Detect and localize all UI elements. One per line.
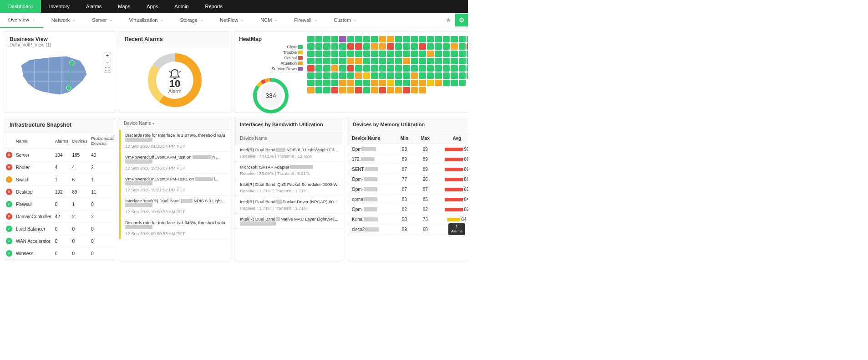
heatmap-cell[interactable]: [435, 51, 442, 57]
infra-col[interactable]: [4, 133, 14, 149]
heatmap-cell[interactable]: [395, 51, 402, 57]
heatmap-cell[interactable]: [315, 51, 323, 57]
heatmap-cell[interactable]: [427, 58, 434, 64]
mem-col[interactable]: Max: [415, 133, 436, 144]
heatmap-cell[interactable]: [355, 72, 362, 79]
heatmap-cell[interactable]: [315, 65, 323, 72]
table-row[interactable]: ✕DomainController4222: [4, 211, 116, 223]
heatmap-cell[interactable]: [323, 51, 330, 57]
heatmap-cell[interactable]: [419, 51, 426, 57]
heatmap-cell[interactable]: [443, 80, 450, 86]
heatmap-grid[interactable]: [307, 31, 468, 113]
heatmap-cell[interactable]: [355, 80, 362, 86]
heatmap-cell[interactable]: [459, 51, 466, 57]
heatmap-cell[interactable]: [395, 80, 402, 86]
topnav-admin[interactable]: Admin: [166, 0, 197, 13]
heatmap-cell[interactable]: [411, 51, 418, 57]
heatmap-cell[interactable]: [451, 51, 458, 57]
heatmap-cell[interactable]: [459, 80, 466, 86]
heatmap-cell[interactable]: [331, 87, 339, 93]
heatmap-cell[interactable]: [331, 80, 339, 86]
table-row[interactable]: ✓WAN Accelerator000: [4, 235, 116, 247]
heatmap-cell[interactable]: [387, 80, 394, 86]
heatmap-cell[interactable]: [403, 51, 410, 57]
subnav-ncm[interactable]: NCM ⌄: [252, 13, 286, 27]
table-row[interactable]: ✓Wireless000: [4, 247, 116, 260]
heatmap-cell[interactable]: [339, 36, 346, 42]
topnav-dashboard[interactable]: Dashboard: [0, 0, 41, 13]
heatmap-cell[interactable]: [411, 43, 418, 50]
alarm-list-item[interactable]: VmPoweredOnEvent:APM-Test1 on i...12 Sep…: [119, 174, 230, 195]
heatmap-cell[interactable]: [323, 36, 330, 42]
table-row[interactable]: ✕Desktop1928911: [4, 186, 116, 198]
heatmap-cell[interactable]: [427, 36, 434, 42]
heatmap-cell[interactable]: [347, 65, 355, 72]
heatmap-cell[interactable]: [355, 87, 362, 93]
heatmap-cell[interactable]: [467, 36, 468, 42]
heatmap-cell[interactable]: [379, 65, 386, 72]
heatmap-cell[interactable]: [323, 80, 330, 86]
heatmap-cell[interactable]: [307, 80, 315, 86]
heatmap-cell[interactable]: [419, 58, 426, 64]
heatmap-cell[interactable]: [371, 72, 378, 79]
heatmap-cell[interactable]: [395, 65, 402, 72]
heatmap-cell[interactable]: [403, 87, 410, 93]
heatmap-cell[interactable]: [427, 80, 434, 86]
heatmap-cell[interactable]: [331, 58, 339, 64]
heatmap-cell[interactable]: [395, 72, 402, 79]
heatmap-cell[interactable]: [387, 36, 394, 42]
heatmap-cell[interactable]: [451, 43, 458, 50]
heatmap-cell[interactable]: [315, 36, 323, 42]
heatmap-cell[interactable]: [323, 58, 330, 64]
heatmap-cell[interactable]: [339, 80, 346, 86]
heatmap-cell[interactable]: [379, 80, 386, 86]
infra-col[interactable]: Problematic Devices: [89, 133, 116, 149]
heatmap-cell[interactable]: [419, 80, 426, 86]
heatmap-cell[interactable]: [363, 65, 371, 72]
alarm-notification-badge[interactable]: 1 Alarms: [448, 223, 465, 235]
heatmap-cell[interactable]: [315, 87, 323, 93]
heatmap-cell[interactable]: [427, 65, 434, 72]
mem-col[interactable]: Avg: [437, 133, 468, 144]
heatmap-cell[interactable]: [419, 72, 426, 79]
heatmap-cell[interactable]: [467, 58, 468, 64]
infra-col[interactable]: Name: [14, 133, 53, 149]
subnav-netflow[interactable]: NetFlow ⌄: [212, 13, 252, 27]
heatmap-cell[interactable]: [315, 80, 323, 86]
heatmap-cell[interactable]: [427, 43, 434, 50]
heatmap-cell[interactable]: [451, 72, 458, 79]
table-row[interactable]: !Switch161: [4, 174, 116, 186]
heatmap-cell[interactable]: [339, 65, 346, 72]
heatmap-cell[interactable]: [347, 80, 355, 86]
heatmap-cell[interactable]: [315, 72, 323, 79]
heatmap-cell[interactable]: [363, 36, 371, 42]
heatmap-cell[interactable]: [419, 87, 426, 93]
alarm-list-item[interactable]: VmPoweredOffEvent:APM_test on in ...12 S…: [119, 152, 230, 174]
heatmap-cell[interactable]: [443, 51, 450, 57]
heatmap-cell[interactable]: [307, 43, 315, 50]
table-row[interactable]: ✕Server10418540: [4, 149, 116, 161]
infra-col[interactable]: Devices: [70, 133, 89, 149]
table-row[interactable]: SENT8789 89: [348, 165, 468, 174]
heatmap-cell[interactable]: [467, 43, 468, 50]
favorite-star-icon[interactable]: ★: [442, 16, 455, 24]
heatmap-cell[interactable]: [339, 51, 346, 57]
heatmap-cell[interactable]: [411, 58, 418, 64]
heatmap-cell[interactable]: [307, 65, 315, 72]
heatmap-cell[interactable]: [331, 65, 339, 72]
table-row[interactable]: ✓Firewall010: [4, 198, 116, 211]
table-row[interactable]: Opm-7796 88: [348, 175, 468, 184]
heatmap-cell[interactable]: [379, 87, 386, 93]
heatmap-cell[interactable]: [363, 58, 371, 64]
heatmap-cell[interactable]: [339, 87, 346, 93]
heatmap-cell[interactable]: [371, 80, 378, 86]
heatmap-cell[interactable]: [435, 80, 442, 86]
heatmap-cell[interactable]: [419, 65, 426, 72]
heatmap-cell[interactable]: [307, 58, 315, 64]
infra-col[interactable]: Alarms: [53, 133, 71, 149]
heatmap-cell[interactable]: [411, 36, 418, 42]
table-row[interactable]: Opm-8787 87: [348, 185, 468, 194]
heatmap-cell[interactable]: [339, 72, 346, 79]
heatmap-cell[interactable]: [347, 51, 355, 57]
heatmap-cell[interactable]: [331, 36, 339, 42]
